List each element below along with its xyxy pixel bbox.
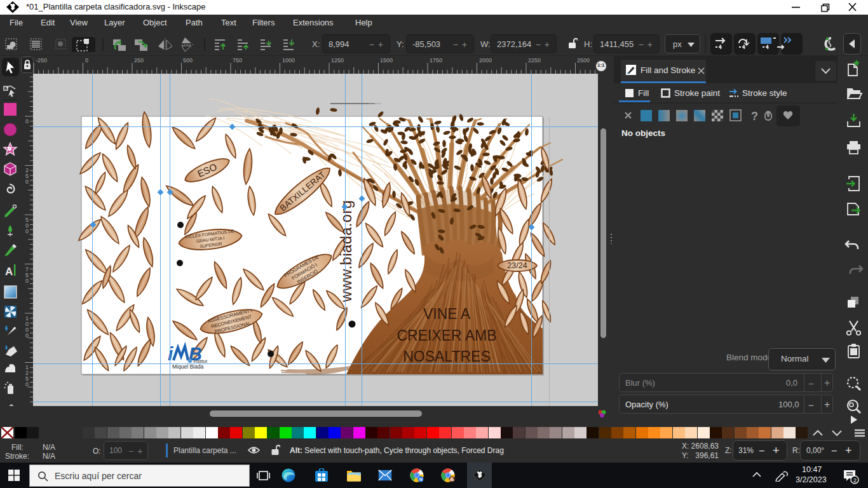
svg-text:N: N — [419, 477, 423, 482]
svg-text:i: i — [168, 343, 173, 364]
svg-text:NOSALTRES: NOSALTRES — [403, 348, 491, 365]
svg-text:2: 2 — [853, 477, 857, 484]
svg-text:?: ? — [751, 110, 758, 123]
svg-text:www.biada.org: www.biada.org — [338, 200, 355, 303]
svg-text:Miquel Biada: Miquel Biada — [172, 363, 203, 370]
svg-text:VINE A: VINE A — [423, 306, 471, 322]
svg-text:23/24: 23/24 — [507, 261, 527, 270]
svg-text:A: A — [5, 266, 13, 278]
svg-text:CREIXER AMB: CREIXER AMB — [397, 327, 496, 344]
